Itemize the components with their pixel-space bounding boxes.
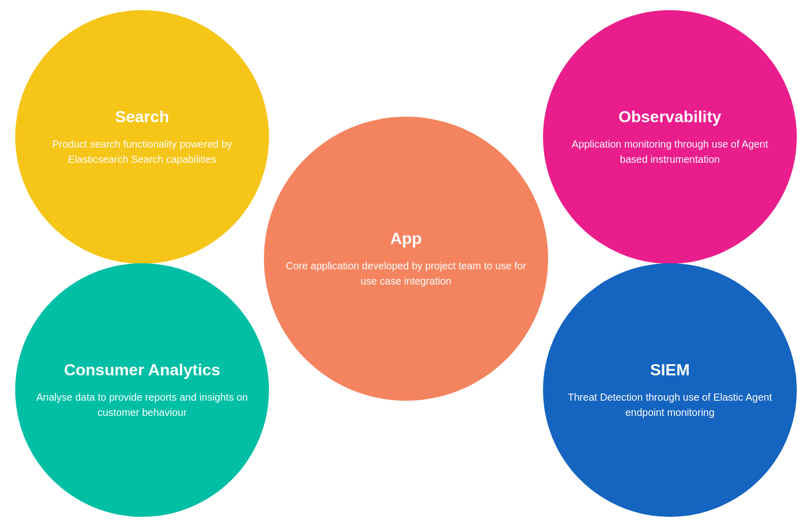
consumer-title: Consumer Analytics [64,360,220,379]
observability-description: Application monitoring through use of Ag… [563,136,776,167]
siem-title: SIEM [650,360,690,379]
observability-title: Observability [619,107,722,126]
app-circle: App Core application developed by projec… [264,117,548,401]
observability-circle: Observability Application monitoring thr… [543,10,797,264]
search-title: Search [115,107,170,126]
consumer-description: Analyse data to provide reports and insi… [36,390,249,420]
search-description: Product search functionality powered by … [36,136,249,167]
siem-description: Threat Detection through use of Elastic … [563,390,776,420]
consumer-analytics-circle: Consumer Analytics Analyse data to provi… [15,263,269,517]
siem-circle: SIEM Threat Detection through use of Ela… [543,263,797,517]
search-circle: Search Product search functionality powe… [15,10,269,264]
app-description: Core application developed by project te… [284,258,528,289]
venn-diagram: Search Product search functionality powe… [0,0,812,527]
app-title: App [390,229,422,248]
